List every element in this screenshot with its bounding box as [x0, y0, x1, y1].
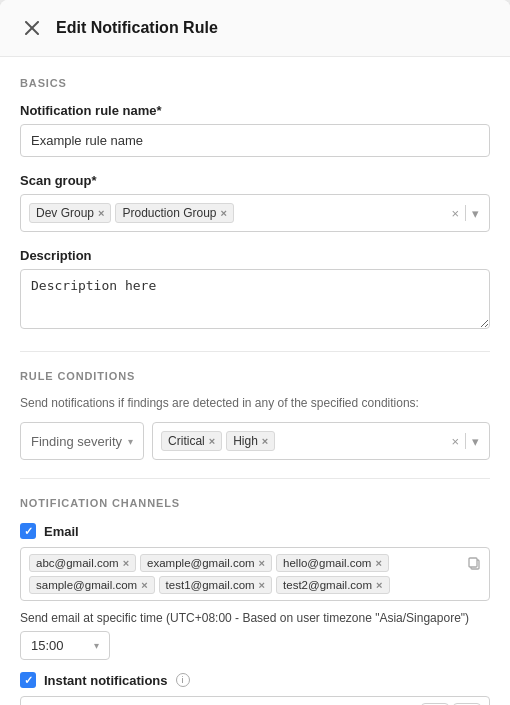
- time-select[interactable]: 15:00 ▾: [20, 631, 110, 660]
- time-value: 15:00: [31, 638, 64, 653]
- description-field: Description Description here: [20, 248, 490, 333]
- remove-email-test1[interactable]: ×: [259, 580, 265, 591]
- rule-name-label: Notification rule name*: [20, 103, 490, 118]
- scan-group-tag-dev: Dev Group ×: [29, 203, 111, 223]
- modal-body: BASICS Notification rule name* Scan grou…: [0, 57, 510, 705]
- finding-severity-label: Finding severity: [31, 434, 122, 449]
- email-checkbox-row: ✓ Email: [20, 523, 490, 539]
- scan-group-input[interactable]: Dev Group × Production Group × × ▾: [20, 194, 490, 232]
- severity-tag-critical: Critical ×: [161, 431, 222, 451]
- instant-checkbox-check-icon: ✓: [24, 674, 33, 687]
- remove-email-sample[interactable]: ×: [141, 580, 147, 591]
- clear-severity-button[interactable]: ×: [449, 434, 461, 449]
- divider: [465, 433, 466, 449]
- clear-scan-group-button[interactable]: ×: [449, 206, 461, 221]
- severity-tag-high: High ×: [226, 431, 275, 451]
- rule-conditions-section-label: RULE CONDITIONS: [20, 370, 490, 382]
- finding-severity-select[interactable]: Finding severity ▾: [20, 422, 144, 460]
- checkbox-check-icon: ✓: [24, 525, 33, 538]
- description-input[interactable]: Description here: [20, 269, 490, 329]
- remove-email-example[interactable]: ×: [259, 558, 265, 569]
- remove-dev-group-tag[interactable]: ×: [98, 208, 104, 219]
- channels-divider: [20, 478, 490, 479]
- email-tag-hello: hello@gmail.com ×: [276, 554, 389, 572]
- time-chevron-icon: ▾: [94, 640, 99, 651]
- remove-email-hello[interactable]: ×: [375, 558, 381, 569]
- email-tag-sample: sample@gmail.com ×: [29, 576, 155, 594]
- scan-group-label: Scan group*: [20, 173, 490, 188]
- severity-tags-container[interactable]: Critical × High × × ▾: [152, 422, 490, 460]
- scan-group-field: Scan group* Dev Group × Production Group…: [20, 173, 490, 232]
- basics-section-label: BASICS: [20, 77, 490, 89]
- close-button[interactable]: [20, 16, 44, 40]
- severity-actions: × ▾: [449, 433, 481, 449]
- remove-high-tag[interactable]: ×: [262, 436, 268, 447]
- remove-email-abc[interactable]: ×: [123, 558, 129, 569]
- scan-group-tag-production: Production Group ×: [115, 203, 234, 223]
- svg-rect-3: [469, 558, 477, 567]
- modal-title: Edit Notification Rule: [56, 19, 218, 37]
- rule-name-input[interactable]: [20, 124, 490, 157]
- instant-info-icon[interactable]: i: [176, 673, 190, 687]
- section-divider: [20, 351, 490, 352]
- schedule-row: Send email at specific time (UTC+08:00 -…: [20, 611, 490, 660]
- rule-conditions-description: Send notifications if findings are detec…: [20, 396, 490, 410]
- scan-group-actions: × ▾: [449, 205, 481, 221]
- remove-production-group-tag[interactable]: ×: [221, 208, 227, 219]
- modal-header: Edit Notification Rule: [0, 0, 510, 57]
- instant-checkbox-row: ✓ Instant notifications i: [20, 672, 490, 688]
- email-tag-abc: abc@gmail.com ×: [29, 554, 136, 572]
- email-tag-test1: test1@gmail.com ×: [159, 576, 272, 594]
- instant-label: Instant notifications: [44, 673, 168, 688]
- instant-notification-channel: ✓ Instant notifications i 👥 Critical Fin…: [20, 672, 490, 705]
- email-tag-test2: test2@gmail.com ×: [276, 576, 389, 594]
- remove-critical-tag[interactable]: ×: [209, 436, 215, 447]
- rule-conditions-row: Finding severity ▾ Critical × High × × ▾: [20, 422, 490, 460]
- copy-emails-icon[interactable]: [467, 556, 481, 573]
- severity-dropdown-button[interactable]: ▾: [470, 434, 481, 449]
- instant-destinations-container[interactable]: 👥 Critical Findings in MS Teams × 🔔 sand…: [20, 696, 490, 705]
- scan-group-dropdown-button[interactable]: ▾: [470, 206, 481, 221]
- edit-notification-rule-modal: Edit Notification Rule BASICS Notificati…: [0, 0, 510, 705]
- email-tag-example: example@gmail.com ×: [140, 554, 272, 572]
- divider: [465, 205, 466, 221]
- description-label: Description: [20, 248, 490, 263]
- email-channel: ✓ Email abc@gmail.com × example@gmail.co…: [20, 523, 490, 660]
- email-label: Email: [44, 524, 79, 539]
- instant-checkbox[interactable]: ✓: [20, 672, 36, 688]
- schedule-description: Send email at specific time (UTC+08:00 -…: [20, 611, 490, 625]
- rule-name-field: Notification rule name*: [20, 103, 490, 157]
- email-checkbox[interactable]: ✓: [20, 523, 36, 539]
- remove-email-test2[interactable]: ×: [376, 580, 382, 591]
- email-addresses-container[interactable]: abc@gmail.com × example@gmail.com × hell…: [20, 547, 490, 601]
- finding-severity-chevron-icon: ▾: [128, 436, 133, 447]
- notification-channels-label: NOTIFICATION CHANNELS: [20, 497, 490, 509]
